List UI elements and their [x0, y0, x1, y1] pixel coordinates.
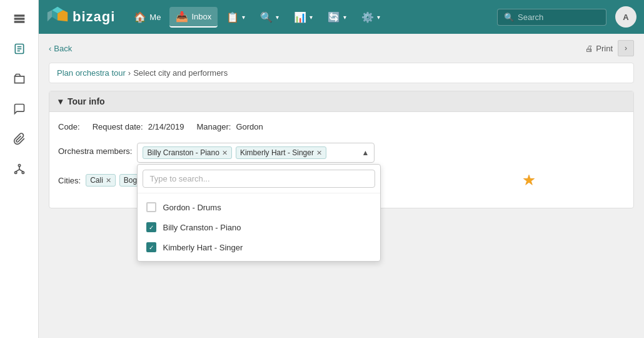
breadcrumb: Plan orchestra tour › Select city and pe…: [49, 63, 634, 83]
dropdown-search-area: [138, 165, 380, 193]
tag-cali: Cali ✕: [86, 174, 116, 187]
svg-point-7: [18, 165, 20, 166]
svg-line-12: [19, 170, 23, 172]
chevron-right-icon: ›: [625, 44, 627, 53]
sidebar-item-doc[interactable]: [7, 36, 32, 61]
dropdown-search-input[interactable]: [143, 170, 375, 188]
content-topbar: ‹ Back 🖨 Print ›: [49, 40, 634, 56]
sidebar-item-chat[interactable]: [7, 96, 32, 121]
svg-point-8: [14, 172, 16, 173]
main: bizagi 🏠 Me 📥 Inbox 📋 ▾ 🔍 ▾ 📊 ▾ 🔄 ▾ ⚙️: [39, 0, 644, 338]
collapse-section-icon[interactable]: ▾: [58, 96, 63, 106]
nav-item-me[interactable]: 🏠 Me: [128, 8, 167, 27]
sidebar: [0, 0, 39, 338]
form-card: ▾ Tour info Code: Request date: 2/14/201…: [49, 91, 634, 208]
breadcrumb-parent[interactable]: Plan orchestra tour: [57, 68, 126, 78]
form-body: Code: Request date: 2/14/2019 Manager: G…: [49, 112, 633, 208]
tag-billy: Billy Cranston - Piano ✕: [143, 146, 231, 159]
back-button[interactable]: ‹ Back: [49, 44, 72, 53]
dropdown-list: Gordon - Drums Billy Cranston - Piano Ki…: [138, 193, 380, 261]
content: ‹ Back 🖨 Print › Plan orchestra tour › S…: [39, 34, 644, 338]
print-button[interactable]: 🖨 Print: [585, 44, 613, 53]
svg-rect-1: [14, 18, 24, 19]
chart-arrow: ▾: [309, 14, 313, 21]
svg-point-9: [22, 172, 24, 173]
orchestra-dropdown: Gordon - Drums Billy Cranston - Piano Ki…: [137, 164, 381, 262]
search-arrow: ▾: [276, 14, 279, 21]
nav-item-search[interactable]: 🔍 ▾: [254, 8, 285, 27]
nav-item-apps[interactable]: 📋 ▾: [220, 8, 251, 27]
form-row-1: Code: Request date: 2/14/2019 Manager: G…: [58, 122, 625, 131]
chart-icon: 📊: [294, 11, 306, 23]
top-navigation: bizagi 🏠 Me 📥 Inbox 📋 ▾ 🔍 ▾ 📊 ▾ 🔄 ▾ ⚙️: [39, 0, 644, 34]
dropdown-item-billy[interactable]: Billy Cranston - Piano: [138, 217, 380, 237]
brand: bizagi: [46, 6, 115, 28]
breadcrumb-separator: ›: [128, 68, 131, 78]
brand-name: bizagi: [73, 9, 115, 25]
sidebar-item-clip[interactable]: [7, 126, 32, 151]
refresh-arrow: ▾: [343, 14, 346, 21]
checkbox-kimberly[interactable]: [146, 242, 156, 252]
sidebar-item-flow[interactable]: [7, 156, 32, 182]
search-icon: 🔍: [504, 13, 514, 22]
checkbox-billy[interactable]: [146, 222, 156, 232]
tag-kimberly: Kimberly Hart - Singer ✕: [236, 146, 326, 159]
nav-item-refresh[interactable]: 🔄 ▾: [321, 8, 353, 27]
gear-icon: ⚙️: [361, 11, 374, 23]
form-row-orchestra: Orchestra members: Billy Cranston - Pian…: [58, 143, 625, 163]
field-code: Code:: [58, 122, 80, 131]
orchestra-multiselect[interactable]: Billy Cranston - Piano ✕ Kimberly Hart -…: [137, 143, 375, 163]
inbox-icon: 📥: [176, 11, 188, 23]
home-icon: 🏠: [134, 11, 146, 23]
form-section-header: ▾ Tour info: [49, 91, 633, 112]
checkbox-gordon[interactable]: [146, 202, 156, 212]
search-nav-icon: 🔍: [260, 11, 273, 23]
tag-billy-remove[interactable]: ✕: [222, 149, 228, 157]
print-icon: 🖨: [585, 44, 593, 53]
settings-arrow: ▾: [377, 14, 380, 21]
orchestra-multiselect-container: Billy Cranston - Piano ✕ Kimberly Hart -…: [137, 143, 375, 163]
field-request-date: Request date: 2/14/2019: [93, 122, 184, 131]
tag-kimberly-remove[interactable]: ✕: [316, 149, 322, 157]
collapse-button[interactable]: ›: [618, 40, 634, 56]
dropdown-item-gordon[interactable]: Gordon - Drums: [138, 197, 380, 217]
tag-cali-remove[interactable]: ✕: [106, 177, 111, 185]
refresh-icon: 🔄: [328, 11, 340, 23]
search-box[interactable]: 🔍: [497, 9, 606, 26]
apps-icon: 📋: [226, 11, 239, 23]
nav-item-chart[interactable]: 📊 ▾: [288, 8, 319, 27]
apps-arrow: ▾: [242, 14, 245, 21]
svg-rect-0: [14, 15, 24, 16]
nav-item-settings[interactable]: ⚙️ ▾: [355, 8, 386, 27]
dropdown-item-kimberly[interactable]: Kimberly Hart - Singer: [138, 237, 380, 257]
avatar[interactable]: A: [615, 6, 636, 28]
search-input[interactable]: [518, 13, 599, 22]
multiselect-arrow-icon: ▲: [362, 148, 370, 157]
svg-line-11: [16, 170, 19, 172]
back-chevron-icon: ‹: [49, 44, 51, 53]
orchestra-members-field: Orchestra members: Billy Cranston - Pian…: [58, 143, 375, 163]
svg-rect-2: [14, 21, 24, 23]
sidebar-item-list[interactable]: [7, 6, 32, 31]
field-manager: Manager: Gordon: [197, 122, 263, 131]
sidebar-item-folder[interactable]: [7, 66, 32, 91]
nav-item-inbox[interactable]: 📥 Inbox: [169, 7, 218, 28]
breadcrumb-current: Select city and performers: [133, 68, 228, 78]
